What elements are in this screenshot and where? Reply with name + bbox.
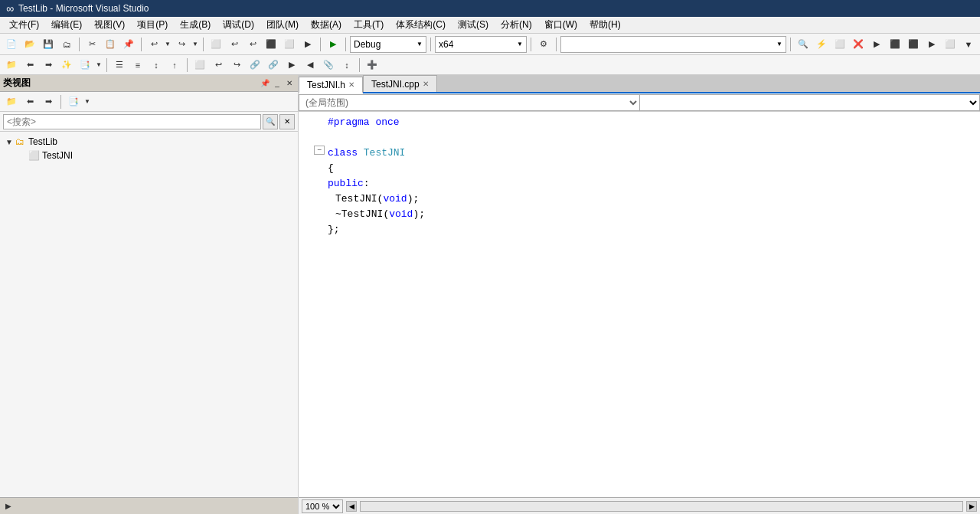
- member-dropdown[interactable]: [640, 94, 981, 111]
- toolbar-extra10[interactable]: ⬜: [942, 36, 959, 53]
- tree-item-testlib[interactable]: ▼ 🗂 TestLib: [3, 135, 295, 149]
- tb2-btn5[interactable]: 📑: [77, 57, 93, 74]
- redo-dropdown[interactable]: ▼: [191, 36, 199, 53]
- toolbar-extra4[interactable]: ⬜: [831, 36, 848, 53]
- tb2-btn19[interactable]: ➕: [364, 57, 381, 74]
- new-file-btn[interactable]: 📄: [3, 36, 20, 53]
- sep11: [187, 58, 188, 72]
- sidebar-tb-view[interactable]: 📑: [65, 93, 82, 110]
- cut-btn[interactable]: ✂: [83, 36, 100, 53]
- run-btn[interactable]: ▶: [325, 36, 341, 53]
- menu-edit[interactable]: 编辑(E): [45, 17, 88, 33]
- sep3: [203, 38, 204, 51]
- undo-btn[interactable]: ↩: [145, 36, 162, 53]
- menu-project[interactable]: 项目(P): [131, 17, 174, 33]
- tb2-btn13[interactable]: 🔗: [247, 57, 263, 74]
- tb2-btn11[interactable]: ↩: [210, 57, 227, 74]
- zoom-select[interactable]: 100 %: [302, 499, 343, 513]
- toolbar-extra5[interactable]: ❌: [850, 36, 867, 53]
- tb2-btn9[interactable]: ↑: [166, 57, 183, 74]
- platform-dropdown[interactable]: x64 ▼: [435, 36, 527, 53]
- tb2-btn17[interactable]: 📎: [320, 57, 337, 74]
- sidebar-header: 类视图 📌 _ ✕: [0, 75, 298, 92]
- sidebar-minimize-btn[interactable]: _: [272, 78, 283, 89]
- open-file-btn[interactable]: 📂: [21, 36, 38, 53]
- code-line-4: public:: [299, 176, 980, 192]
- menu-file[interactable]: 文件(F): [3, 17, 45, 33]
- horizontal-scrollbar[interactable]: [360, 501, 963, 512]
- sidebar-tb-view-dropdown[interactable]: ▼: [83, 93, 91, 110]
- menu-architecture[interactable]: 体系结构(C): [390, 17, 452, 33]
- tab-testjni-cpp[interactable]: TestJNI.cpp ✕: [363, 75, 437, 92]
- menu-team[interactable]: 团队(M): [260, 17, 305, 33]
- scroll-right-btn[interactable]: ▶: [966, 501, 977, 512]
- sidebar-close-btn[interactable]: ✕: [284, 78, 295, 89]
- tree-item-testjni[interactable]: ⬜ TestJNI: [3, 149, 295, 162]
- code-line-6: ~TestJNI(void);: [299, 207, 980, 222]
- toolbar-extra7[interactable]: ⬛: [887, 36, 903, 53]
- toolbar-extra3[interactable]: ⚡: [813, 36, 830, 53]
- save-btn[interactable]: 💾: [40, 36, 57, 53]
- tb2-btn6[interactable]: ☰: [111, 57, 128, 74]
- save-all-btn[interactable]: 🗂: [58, 36, 75, 53]
- sidebar-tb-new[interactable]: 📁: [3, 93, 20, 110]
- search-clear-btn[interactable]: ✕: [279, 114, 295, 129]
- tb2-btn2[interactable]: ⬅: [21, 57, 38, 74]
- toolbar-extra2[interactable]: 🔍: [795, 36, 812, 53]
- tb2-btn14[interactable]: 🔗: [265, 57, 282, 74]
- debug-dropdown[interactable]: Debug ▼: [350, 36, 426, 53]
- toolbar-extra9[interactable]: ▶: [923, 36, 940, 53]
- tab-bar: TestJNI.h ✕ TestJNI.cpp ✕: [299, 75, 980, 93]
- search-toolbar-dropdown[interactable]: ▼: [560, 36, 786, 53]
- menu-test[interactable]: 测试(S): [452, 17, 495, 33]
- collapse-2[interactable]: −: [314, 146, 325, 155]
- tb2-btn16[interactable]: ◀: [302, 57, 318, 74]
- toolbar-btn3[interactable]: ↩: [244, 36, 261, 53]
- menu-build[interactable]: 生成(B): [174, 17, 217, 33]
- tab-label-testjni-cpp: TestJNI.cpp: [371, 79, 420, 90]
- sidebar-tb-back[interactable]: ⬅: [21, 93, 38, 110]
- tab-close-testjni-cpp[interactable]: ✕: [423, 80, 429, 88]
- toolbar-btn2[interactable]: ↩: [226, 36, 243, 53]
- sidebar-tb-forward[interactable]: ➡: [40, 93, 57, 110]
- sidebar-pin-btn[interactable]: 📌: [260, 78, 270, 89]
- search-go-btn[interactable]: 🔍: [263, 114, 278, 129]
- toolbar-extra8[interactable]: ⬛: [905, 36, 922, 53]
- tb2-btn8[interactable]: ↕: [148, 57, 165, 74]
- menu-tools[interactable]: 工具(T): [348, 17, 390, 33]
- search-row: 🔍 ✕: [0, 112, 298, 132]
- toolbar-extra1[interactable]: ⚙: [535, 36, 552, 53]
- toolbar-btn1[interactable]: ⬜: [207, 36, 224, 53]
- menu-debug[interactable]: 调试(D): [217, 17, 260, 33]
- toolbar-extra11[interactable]: ▼: [960, 36, 977, 53]
- toolbar-extra6[interactable]: ▶: [868, 36, 885, 53]
- scope-dropdown[interactable]: (全局范围): [299, 94, 640, 111]
- tab-close-testjni-h[interactable]: ✕: [348, 80, 354, 89]
- menu-analyze[interactable]: 分析(N): [495, 17, 538, 33]
- tb2-btn15[interactable]: ▶: [283, 57, 300, 74]
- undo-dropdown[interactable]: ▼: [164, 36, 172, 53]
- toolbar-btn6[interactable]: ▶: [299, 36, 316, 53]
- tb2-btn10[interactable]: ⬜: [191, 57, 208, 74]
- redo-btn[interactable]: ↪: [173, 36, 190, 53]
- paste-btn[interactable]: 📌: [120, 36, 137, 53]
- tab-testjni-h[interactable]: TestJNI.h ✕: [299, 77, 363, 93]
- tb2-btn18[interactable]: ↕: [338, 57, 355, 74]
- scroll-left-btn[interactable]: ◀: [346, 501, 357, 512]
- menu-help[interactable]: 帮助(H): [583, 17, 627, 33]
- copy-btn[interactable]: 📋: [102, 36, 119, 53]
- line-content-2: class TestJNI: [325, 146, 980, 161]
- menu-data[interactable]: 数据(A): [305, 17, 348, 33]
- tb2-btn4[interactable]: ✨: [58, 57, 75, 74]
- toolbar-btn4[interactable]: ⬛: [263, 36, 279, 53]
- tb2-btn7[interactable]: ≡: [129, 57, 146, 74]
- tb2-dropdown[interactable]: ▼: [95, 57, 103, 74]
- toolbar-btn5[interactable]: ⬜: [281, 36, 298, 53]
- menu-view[interactable]: 视图(V): [88, 17, 131, 33]
- tb2-btn1[interactable]: 📁: [3, 57, 20, 74]
- tb2-btn3[interactable]: ➡: [40, 57, 57, 74]
- class-search-input[interactable]: [3, 114, 261, 129]
- menu-window[interactable]: 窗口(W): [538, 17, 583, 33]
- code-editor[interactable]: #pragma once − class TestJNI {: [299, 112, 980, 497]
- tb2-btn12[interactable]: ↪: [228, 57, 245, 74]
